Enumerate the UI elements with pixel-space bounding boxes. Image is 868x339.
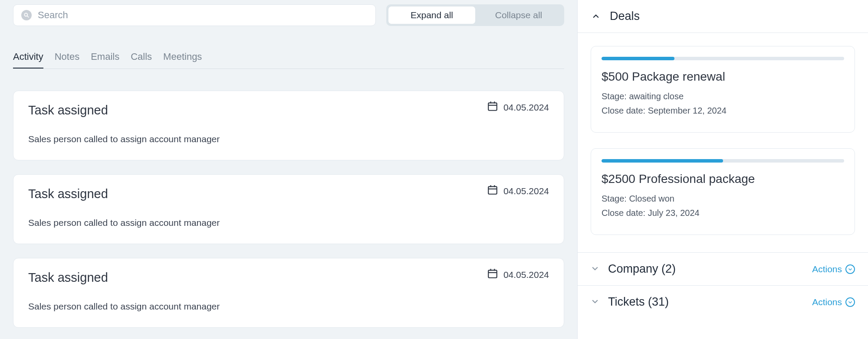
tab-row: Activity Notes Emails Calls Meetings [13,51,564,69]
activity-date-text: 04.05.2024 [503,102,549,113]
svg-rect-2 [488,103,497,110]
activity-date: 04.05.2024 [487,268,549,281]
deals-section-header[interactable]: Deals [578,0,868,33]
svg-rect-10 [488,270,497,277]
deal-close-date: Close date: July 23, 2024 [602,208,844,218]
activity-date-text: 04.05.2024 [503,270,549,280]
company-actions-button[interactable]: Actions [812,264,855,274]
activity-card[interactable]: Task assigned 04.05.2024 Sales person ca… [13,174,564,244]
tickets-section-header[interactable]: Tickets (31) Actions [578,285,868,318]
activity-date-text: 04.05.2024 [503,186,549,196]
deal-close-date: Close date: September 12, 2024 [602,106,844,116]
company-section-header[interactable]: Company (2) Actions [578,252,868,285]
svg-point-0 [24,13,27,16]
chevron-down-circle-icon [845,264,855,274]
tickets-actions-button[interactable]: Actions [812,297,855,307]
activity-header: Task assigned 04.05.2024 [28,103,549,117]
top-controls: Expand all Collapse all [13,4,564,26]
search-icon [21,10,32,20]
search-container[interactable] [13,4,376,26]
activity-header: Task assigned 04.05.2024 [28,187,549,201]
deal-title: $2500 Professional package [602,172,844,186]
calendar-icon [487,184,498,198]
activity-list: Task assigned 04.05.2024 Sales person ca… [13,91,564,328]
calendar-icon [487,101,498,114]
activity-title: Task assigned [28,271,108,285]
activity-card[interactable]: Task assigned 04.05.2024 Sales person ca… [13,91,564,160]
activity-body: Sales person called to assign account ma… [28,134,549,144]
chevron-down-icon [591,264,599,274]
chevron-down-circle-icon [845,297,855,307]
deal-card[interactable]: $2500 Professional package Stage: Closed… [591,148,855,235]
chevron-down-icon [591,297,599,307]
expand-collapse-toggle: Expand all Collapse all [386,4,564,26]
svg-rect-6 [488,186,497,194]
deal-progress-fill [602,57,674,60]
activity-body: Sales person called to assign account ma… [28,301,549,312]
chevron-up-icon [591,11,601,22]
deal-progress-fill [602,159,723,163]
deals-body: $500 Package renewal Stage: awaiting clo… [578,33,868,252]
activity-title: Task assigned [28,187,108,201]
tab-emails[interactable]: Emails [91,51,119,68]
tickets-title: Tickets (31) [608,295,803,309]
deal-progress [602,159,844,163]
search-input[interactable] [38,10,368,21]
side-panel: Deals $500 Package renewal Stage: awaiti… [577,0,868,339]
tab-activity[interactable]: Activity [13,51,43,68]
activity-date: 04.05.2024 [487,184,549,198]
deal-progress [602,57,844,60]
activity-header: Task assigned 04.05.2024 [28,271,549,285]
activity-title: Task assigned [28,103,108,117]
expand-all-button[interactable]: Expand all [388,7,475,24]
deals-title: Deals [610,10,855,23]
actions-label: Actions [812,297,842,307]
deal-stage: Stage: awaiting close [602,91,844,101]
activity-date: 04.05.2024 [487,101,549,114]
calendar-icon [487,268,498,281]
tab-meetings[interactable]: Meetings [163,51,202,68]
activity-body: Sales person called to assign account ma… [28,218,549,228]
deal-title: $500 Package renewal [602,70,844,84]
svg-line-1 [27,16,29,18]
deal-stage: Stage: Closed won [602,194,844,204]
company-title: Company (2) [608,262,803,276]
activity-card[interactable]: Task assigned 04.05.2024 Sales person ca… [13,258,564,328]
collapse-all-button[interactable]: Collapse all [475,7,562,24]
deal-card[interactable]: $500 Package renewal Stage: awaiting clo… [591,46,855,133]
tab-notes[interactable]: Notes [55,51,79,68]
actions-label: Actions [812,264,842,274]
tab-calls[interactable]: Calls [131,51,152,68]
main-panel: Expand all Collapse all Activity Notes E… [0,0,577,339]
